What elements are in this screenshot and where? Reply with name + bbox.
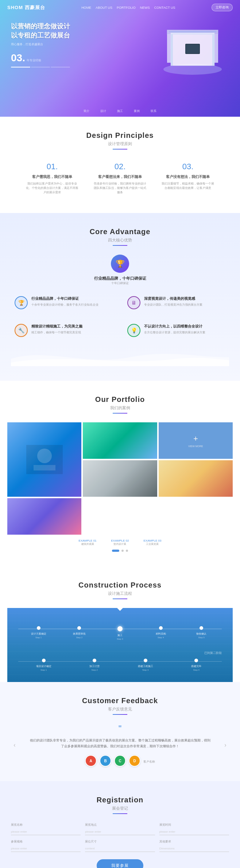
adv-item-2: 🖥 深度视觉设计，传递美的视觉感 专业设计团队，打造视觉冲击力强的展台方案 — [124, 292, 229, 313]
core-advantage-title-zh: 四大核心优势 — [11, 237, 229, 243]
adv-icon-3: 🔧 — [15, 324, 28, 337]
advantage-grid: 🏆 行业精品品牌，十年口碑保证 十余年专业展台设计经验，服务于各大行业知名企业 … — [11, 292, 229, 341]
hero-3d-booth — [152, 11, 233, 91]
process-step-bot-3: 搭建工程施工 Step 3 — [120, 659, 171, 671]
step-bot-dot-3 — [144, 659, 147, 662]
adv-center-title: 行业精品品牌，十年口碑保证 — [11, 276, 229, 281]
reg-label-3: 展览时间 — [159, 823, 229, 827]
process-step-top-3: 施工 Step 3 — [100, 626, 140, 640]
registration-section: Registration 展会登记 展览名称 展览地点 展览时间 参展规格 展位… — [0, 781, 240, 868]
step-dot-2 — [77, 626, 81, 630]
slider-dot-2[interactable] — [121, 550, 124, 552]
step-dot-1 — [37, 626, 40, 630]
reg-input-6[interactable] — [159, 845, 229, 852]
svg-point-11 — [37, 449, 52, 463]
principle-title-1: 客户需我思，我们不随单 — [26, 174, 79, 179]
adv-title-3: 精致设计精细施工，为完美之巅 — [31, 324, 82, 329]
svg-rect-12 — [34, 465, 55, 470]
process-step-bot-1: 项目设计确定 Step 1 — [18, 659, 69, 671]
nav-home[interactable]: HOME — [81, 6, 91, 9]
nav-portfolio[interactable]: PORTFOLIO — [117, 6, 136, 9]
slider-dot-1[interactable] — [112, 550, 119, 552]
portfolio-item-plus[interactable]: + VIEW MORE — [159, 422, 233, 459]
nav-about[interactable]: ABOUT US — [96, 6, 112, 9]
principle-title-3: 客户没有想法，我们不随单 — [161, 174, 214, 179]
nav-contact[interactable]: CONTACT US — [154, 6, 175, 9]
hero-content: 以营销的理念做设计以专租的工艺做展台 用心服务，打造卓越展台 03. 年专业经验 — [11, 22, 70, 67]
principle-num-1: 01. — [26, 162, 79, 171]
portfolio-item-3 — [83, 460, 157, 497]
process-title-en: Construction Process — [7, 581, 233, 589]
principle-item-1: 01. 客户需我思，我们不随单 我们始终以客户需求为中心，提供专业化、个性化的展… — [22, 158, 82, 198]
hero-bottom-nav: 简介 设计 施工 案例 联系 — [0, 109, 240, 113]
feedback-title-en: Customer Feedback — [11, 697, 229, 705]
step-bot-label-1: 项目设计确定 — [18, 664, 69, 668]
reg-input-1[interactable] — [11, 828, 81, 835]
adv-item-3: 🔧 精致设计精细施工，为完美之巅 精工细作，确保每一个细节都完美呈现 — [11, 320, 116, 341]
bottom-nav-4[interactable]: 案例 — [134, 109, 140, 113]
core-advantage-divider — [113, 245, 127, 246]
step-dot-5 — [200, 626, 203, 630]
reg-submit-btn[interactable]: 我要参展 — [97, 859, 143, 868]
hero-cta-btn[interactable]: 立即咨询 — [212, 4, 233, 11]
reg-label-4: 参展规格 — [11, 840, 81, 844]
reg-input-4[interactable] — [11, 845, 81, 852]
avatar-placeholder-2: B — [100, 756, 111, 766]
feedback-container: ‹ " 他们的设计团队非常专业，为我们的产品展示提供了极具创意的展台方案。整个施… — [11, 724, 229, 767]
reviewer-name: 客户名称 — [143, 760, 155, 764]
adv-title-1: 行业精品品牌，十年口碑保证 — [31, 296, 98, 301]
portfolio-item-4 — [159, 460, 233, 497]
step-bot-label-4: 搭建完毕 — [171, 664, 222, 668]
reg-field-3: 展览时间 — [159, 823, 229, 835]
bottom-nav-5[interactable]: 联系 — [151, 109, 156, 113]
booth-svg — [156, 11, 229, 77]
stat-label: 年专业经验 — [27, 58, 41, 62]
reg-input-5[interactable] — [85, 845, 155, 852]
process-step-bot-4: 搭建完毕 Step 4 — [171, 659, 222, 671]
process-bottom-row: 项目设计确定 Step 1 加工订货 Step 2 搭建工程施工 Step 3 … — [18, 659, 222, 671]
nav-news[interactable]: NEWS — [140, 6, 150, 9]
registration-title-en: Registration — [11, 796, 229, 804]
registration-form: 展览名称 展览地点 展览时间 参展规格 展位尺寸 其他要求 — [11, 823, 229, 852]
adv-item-4: 💡 不认设计方向上，以四维整合全设计 全方位整合设计资源，提供完整的展台解决方案 — [124, 320, 229, 341]
feedback-prev-btn[interactable]: ‹ — [11, 741, 18, 749]
step-bot-dot-1 — [42, 659, 46, 662]
portfolio-cap-label-1: 建筑外观展 — [79, 542, 97, 546]
process-step-top-1: 设计方案确定 Step 1 — [18, 626, 59, 640]
design-principles-section: Design Principles 设计管理原则 01. 客户需我思，我们不随单… — [0, 117, 240, 213]
avatar-placeholder-4: D — [129, 756, 140, 766]
step-label-4: 材料采购 — [140, 632, 181, 636]
portfolio-cap-num-1: EXAMPLE 01 — [79, 539, 97, 542]
step-label-2: 效果图审批 — [59, 632, 100, 636]
step-sub-5: Step 5 — [181, 636, 222, 639]
bottom-nav-1[interactable]: 简介 — [84, 109, 89, 113]
reg-input-3[interactable] — [159, 828, 229, 835]
reg-field-6: 其他要求 — [159, 840, 229, 852]
process-title-zh: 设计施工流程 — [7, 591, 233, 596]
feedback-quote-icon: " — [24, 724, 216, 734]
principle-item-2: 02. 客户看想法来，我们不随单 凭借多年行业经验，我们拥有专业的设计团队和施工… — [90, 158, 150, 198]
bar-item-1 — [11, 67, 30, 67]
svg-rect-10 — [26, 445, 63, 474]
portfolio-section: Our Portfolio 我们的案例 + VIEW MORE EXAMPLE … — [0, 381, 240, 566]
step-bot-sub-4: Step 4 — [171, 669, 222, 671]
process-top-row: 设计方案确定 Step 1 效果图审批 Step 2 施工 Step 3 材料采… — [18, 626, 222, 640]
hero-section: SHOM 西豪展台 HOME ABOUT US PORTFOLIO NEWS C… — [0, 0, 240, 117]
portfolio-cap-num-2: EXAMPLE 02 — [111, 539, 129, 542]
step-sub-4: Step 4 — [140, 636, 181, 639]
svg-rect-8 — [212, 34, 214, 66]
bottom-nav-3[interactable]: 施工 — [117, 109, 123, 113]
reg-label-1: 展览名称 — [11, 823, 81, 827]
registration-divider — [113, 813, 127, 814]
svg-rect-7 — [171, 34, 173, 66]
adv-desc-3: 精工细作，确保每一个细节都完美呈现 — [31, 330, 82, 335]
slider-dot-3[interactable] — [126, 550, 128, 552]
bottom-nav-2[interactable]: 设计 — [100, 109, 106, 113]
portfolio-title-en: Our Portfolio — [7, 395, 233, 404]
reg-input-2[interactable] — [85, 828, 155, 835]
principle-item-3: 03. 客户没有想法，我们不随单 我们注重细节，精益求精，确保每一个展台都能呈现… — [158, 158, 218, 198]
portfolio-cap-2: EXAMPLE 02 室内设计展 — [111, 539, 129, 546]
principle-desc-2: 凭借多年行业经验，我们拥有专业的设计团队和施工队伍，能够为客户提供一站式服务 — [93, 182, 147, 195]
feedback-next-btn[interactable]: › — [222, 741, 229, 749]
step-sub-2: Step 2 — [59, 636, 100, 639]
